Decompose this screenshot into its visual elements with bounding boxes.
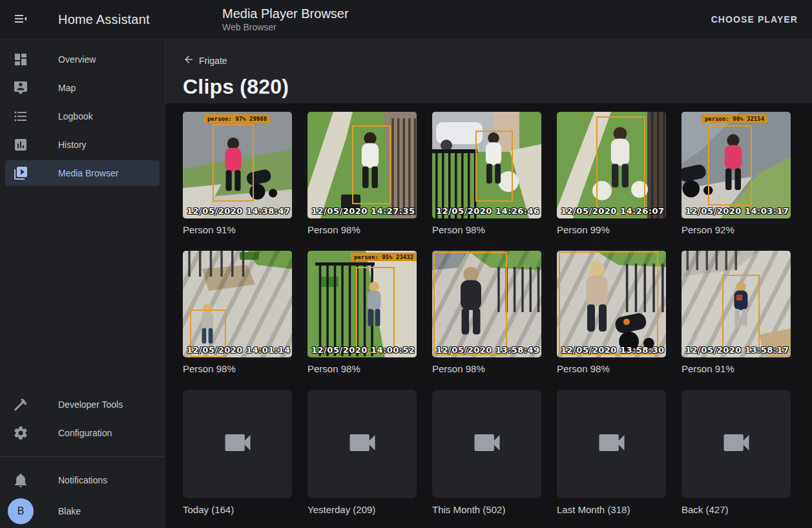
sidebar: OverviewMapLogbookHistoryMedia Browser D… — [0, 39, 165, 528]
sidebar-item-label: History — [58, 140, 87, 150]
menu-open-button[interactable] — [5, 4, 36, 35]
clip-caption: Person 98% — [307, 363, 417, 374]
clip-caption: Person 98% — [432, 363, 541, 374]
page-title: Media Player Browser — [222, 6, 349, 21]
menu-open-icon — [13, 11, 28, 28]
clip-timestamp: 12/05/2020 14:38:47 — [187, 206, 291, 216]
folder-label: This Month (502) — [432, 504, 541, 515]
clip-thumbnail: person: 97% 2998812/05/2020 14:38:47 — [183, 112, 292, 218]
dashboard-icon — [13, 52, 28, 67]
sidebar-item-label: Media Browser — [58, 168, 118, 178]
clip-thumbnail: 12/05/2020 14:01:14 — [183, 251, 292, 357]
sidebar-item-developer-tools[interactable]: Developer Tools — [5, 392, 160, 417]
clip-timestamp: 12/05/2020 14:26:46 — [436, 206, 540, 216]
clip-thumbnail: 12/05/2020 14:26:07 — [557, 112, 666, 218]
folder-thumbnail — [307, 390, 417, 498]
chart-box-icon — [13, 137, 28, 153]
sidebar-nav: OverviewMapLogbookHistoryMedia Browser — [0, 39, 165, 189]
folder-thumbnail — [183, 390, 292, 498]
folder-card[interactable]: Last Month (318) — [557, 390, 666, 515]
sidebar-item-configuration[interactable]: Configuration — [5, 420, 160, 446]
bell-icon — [13, 472, 28, 488]
svg-text:person: 95% 23432: person: 95% 23432 — [354, 254, 413, 260]
clip-thumbnail: 12/05/2020 14:27:35 — [307, 112, 417, 218]
clip-timestamp: 12/05/2020 13:58:17 — [685, 345, 789, 355]
clip-card[interactable]: 12/05/2020 13:58:30Person 98% — [557, 251, 666, 374]
folder-card[interactable]: Today (164) — [183, 390, 292, 515]
clip-caption: Person 91% — [682, 363, 791, 374]
breadcrumb-back-link[interactable]: Frigate — [183, 54, 227, 67]
sidebar-item-label: Configuration — [58, 428, 112, 438]
folder-card[interactable]: Back (427) — [682, 390, 791, 515]
clip-caption: Person 98% — [183, 363, 292, 374]
page-subtitle: Web Browser — [222, 22, 349, 33]
choose-player-button[interactable]: CHOOSE PLAYER — [706, 8, 803, 31]
clip-card[interactable]: 12/05/2020 13:58:49Person 98% — [432, 251, 541, 374]
sidebar-item-map[interactable]: Map — [5, 75, 160, 101]
sidebar-item-media-browser[interactable]: Media Browser — [5, 160, 160, 186]
list-icon — [13, 109, 28, 124]
clip-card[interactable]: 12/05/2020 13:58:17Person 91% — [682, 251, 791, 374]
svg-text:person: 97% 29988: person: 97% 29988 — [207, 116, 267, 122]
sidebar-divider — [0, 456, 165, 457]
folder-thumbnail — [557, 390, 666, 498]
sidebar-item-logbook[interactable]: Logbook — [5, 103, 160, 129]
clip-thumbnail: 12/05/2020 13:58:17 — [682, 251, 791, 357]
sidebar-spacer — [0, 189, 165, 389]
clip-card[interactable]: 12/05/2020 14:26:46Person 98% — [432, 112, 541, 235]
page-title-block: Media Player Browser Web Browser — [222, 6, 349, 33]
clip-thumbnail: person: 95% 2343212/05/2020 14:00:52 — [307, 251, 417, 357]
sidebar-footer-nav: Developer ToolsConfiguration — [0, 389, 165, 449]
video-icon — [470, 426, 504, 462]
clip-card[interactable]: 12/05/2020 14:01:14Person 98% — [183, 251, 292, 374]
media-grid: person: 97% 2998812/05/2020 14:38:47Pers… — [183, 112, 791, 515]
folder-thumbnail — [432, 390, 541, 498]
media-content: person: 97% 2998812/05/2020 14:38:47Pers… — [165, 103, 812, 528]
clip-thumbnail: 12/05/2020 14:26:46 — [432, 112, 541, 218]
media-header: Frigate Clips (820) — [165, 39, 812, 103]
breadcrumb-label: Frigate — [199, 56, 227, 66]
folder-label: Today (164) — [183, 504, 292, 515]
sidebar-item-label: Overview — [58, 54, 96, 65]
clip-thumbnail: 12/05/2020 13:58:49 — [432, 251, 541, 357]
clip-thumbnail: person: 96% 3215412/05/2020 14:03:17 — [682, 112, 791, 218]
folder-card[interactable]: This Month (502) — [432, 390, 541, 515]
clip-card[interactable]: person: 95% 2343212/05/2020 14:00:52Pers… — [307, 251, 417, 374]
clip-card[interactable]: person: 96% 3215412/05/2020 14:03:17Pers… — [682, 112, 791, 235]
folder-label: Back (427) — [682, 504, 791, 515]
clip-caption: Person 99% — [557, 224, 666, 235]
video-icon — [595, 426, 629, 462]
app-title: Home Assistant — [58, 12, 150, 27]
clip-card[interactable]: 12/05/2020 14:26:07Person 99% — [557, 112, 666, 235]
sidebar-item-label: Logbook — [58, 111, 93, 121]
avatar: B — [8, 498, 34, 524]
sidebar-item-user[interactable]: B Blake — [5, 496, 160, 527]
clip-timestamp: 12/05/2020 14:26:07 — [561, 206, 665, 216]
clip-card[interactable]: 12/05/2020 14:27:35Person 98% — [307, 112, 417, 235]
clip-timestamp: 12/05/2020 14:01:14 — [187, 345, 291, 355]
video-icon — [720, 426, 753, 462]
gear-icon — [13, 425, 28, 441]
clip-caption: Person 98% — [432, 224, 541, 235]
clip-caption: Person 92% — [682, 224, 791, 235]
sidebar-item-overview[interactable]: Overview — [5, 47, 160, 72]
clip-timestamp: 12/05/2020 14:03:17 — [685, 206, 789, 216]
clip-caption: Person 91% — [183, 224, 292, 235]
person-tooltip-icon — [13, 80, 28, 96]
folder-card[interactable]: Yesterday (209) — [307, 390, 417, 515]
clip-card[interactable]: person: 97% 2998812/05/2020 14:38:47Pers… — [183, 112, 292, 235]
sidebar-item-label: Developer Tools — [58, 399, 123, 410]
user-name: Blake — [58, 506, 81, 516]
sidebar-item-history[interactable]: History — [5, 132, 160, 158]
clip-thumbnail: 12/05/2020 13:58:30 — [557, 251, 666, 357]
sidebar-item-label: Notifications — [58, 475, 107, 485]
clip-timestamp: 12/05/2020 14:27:35 — [311, 206, 415, 216]
folder-thumbnail — [682, 390, 791, 498]
svg-text:person: 96% 32154: person: 96% 32154 — [705, 116, 765, 122]
clip-timestamp: 12/05/2020 14:00:52 — [311, 345, 415, 355]
page-heading: Clips (820) — [183, 73, 812, 100]
clip-caption: Person 98% — [307, 224, 417, 235]
video-icon — [346, 426, 379, 462]
sidebar-item-notifications[interactable]: Notifications — [5, 467, 160, 493]
folder-label: Yesterday (209) — [307, 504, 417, 515]
